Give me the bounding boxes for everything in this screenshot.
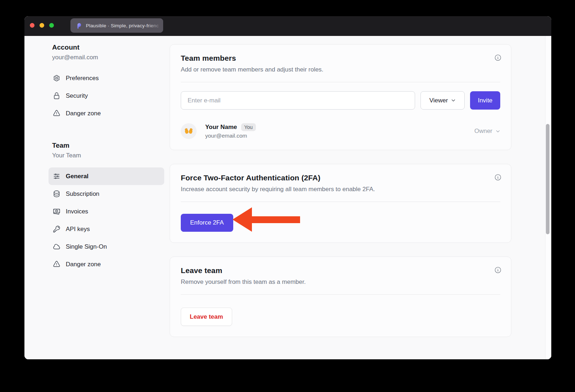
sidebar-item-label: General: [66, 173, 88, 180]
sidebar-item-api-keys[interactable]: API keys: [49, 220, 164, 238]
chevron-down-icon: [451, 98, 456, 103]
force-2fa-card: Force Two-Factor Authentication (2FA) In…: [170, 164, 511, 243]
you-badge: You: [241, 123, 256, 131]
member-role-value: Owner: [474, 128, 492, 135]
arrow-shaft: [250, 216, 300, 223]
sidebar-item-subscription[interactable]: Subscription: [49, 185, 164, 203]
divider: [181, 202, 500, 202]
leave-team-button[interactable]: Leave team: [181, 308, 232, 326]
card-title: Leave team: [181, 266, 500, 275]
account-section-heading: Account: [49, 43, 164, 51]
team-nav-list: General Subscription Invoices API keys S…: [49, 167, 164, 273]
sidebar-item-general[interactable]: General: [49, 167, 164, 185]
warning-icon: [53, 110, 60, 117]
minimize-window-button[interactable]: [40, 23, 44, 28]
sliders-icon: [53, 172, 60, 180]
card-title: Team members: [181, 54, 500, 63]
member-role-select[interactable]: Owner: [474, 128, 500, 135]
sidebar-item-account-danger-zone[interactable]: Danger zone: [49, 105, 164, 122]
chevron-down-icon: [496, 129, 500, 134]
card-title: Force Two-Factor Authentication (2FA): [181, 174, 500, 182]
account-nav-list: Preferences Security Danger zone: [49, 69, 164, 122]
info-icon[interactable]: [494, 266, 502, 274]
page-content: Account your@email.com Preferences Secur…: [24, 36, 551, 359]
gear-icon: [53, 74, 60, 82]
enforce-2fa-button[interactable]: Enforce 2FA: [181, 214, 233, 232]
banknote-icon: [53, 208, 60, 215]
invite-role-select[interactable]: Viewer: [420, 91, 465, 110]
card-description: Increase account security by requiring a…: [181, 186, 500, 193]
sidebar-item-preferences[interactable]: Preferences: [49, 69, 164, 87]
sidebar-item-label: Danger zone: [66, 110, 101, 117]
cloud-icon: [53, 243, 60, 250]
card-description: Add or remove team members and adjust th…: [181, 66, 500, 73]
zoom-window-button[interactable]: [49, 23, 54, 28]
window-titlebar: Plausible · Simple, privacy-frienc: [24, 16, 551, 36]
database-icon: [53, 190, 60, 198]
team-members-card: Team members Add or remove team members …: [170, 44, 511, 150]
info-icon[interactable]: [494, 174, 502, 181]
sidebar-item-label: Invoices: [66, 208, 88, 215]
browser-window: Plausible · Simple, privacy-frienc Accou…: [24, 16, 551, 359]
sidebar-item-security[interactable]: Security: [49, 87, 164, 105]
lock-icon: [53, 92, 60, 100]
open-hands-emoji-icon: [184, 127, 194, 135]
sidebar-item-single-sign-on[interactable]: Single Sign-On: [49, 238, 164, 255]
sidebar-item-team-danger-zone[interactable]: Danger zone: [49, 255, 164, 273]
sidebar-item-label: Security: [66, 92, 88, 100]
invite-button[interactable]: Invite: [470, 91, 500, 110]
member-row: Your Name You your@email.com Owner: [181, 123, 500, 139]
settings-sidebar: Account your@email.com Preferences Secur…: [49, 43, 164, 273]
browser-tab[interactable]: Plausible · Simple, privacy-frienc: [70, 18, 163, 33]
divider: [181, 294, 500, 295]
tab-title-fade: [147, 18, 163, 33]
info-icon[interactable]: [494, 54, 502, 61]
member-info: Your Name You your@email.com: [205, 123, 256, 139]
avatar: [181, 123, 197, 139]
sidebar-item-invoices[interactable]: Invoices: [49, 203, 164, 220]
arrow-head: [233, 207, 252, 232]
sidebar-item-label: Danger zone: [66, 261, 101, 268]
annotation-arrow: [233, 207, 301, 232]
leave-team-card: Leave team Remove yourself from this tea…: [170, 257, 511, 337]
team-name: Your Team: [49, 152, 164, 159]
key-icon: [53, 225, 60, 233]
invite-email-input[interactable]: [181, 91, 415, 110]
settings-main: Team members Add or remove team members …: [170, 44, 511, 337]
invite-role-value: Viewer: [429, 97, 448, 104]
account-email: your@email.com: [49, 54, 164, 61]
sidebar-item-label: Subscription: [66, 190, 100, 198]
sidebar-item-label: API keys: [66, 226, 90, 233]
invite-row: Viewer Invite: [181, 91, 500, 110]
plausible-favicon-icon: [75, 22, 82, 29]
member-name: Your Name: [205, 124, 237, 131]
member-email: your@email.com: [205, 133, 256, 139]
sidebar-item-label: Preferences: [66, 75, 99, 82]
team-section-heading: Team: [49, 142, 164, 149]
card-description: Remove yourself from this team as a memb…: [181, 278, 500, 286]
sidebar-item-label: Single Sign-On: [66, 243, 107, 250]
divider: [181, 82, 500, 82]
warning-icon: [53, 260, 60, 268]
scrollbar-thumb[interactable]: [546, 124, 549, 234]
sidebar-section-gap: [49, 122, 164, 142]
close-window-button[interactable]: [30, 23, 34, 28]
